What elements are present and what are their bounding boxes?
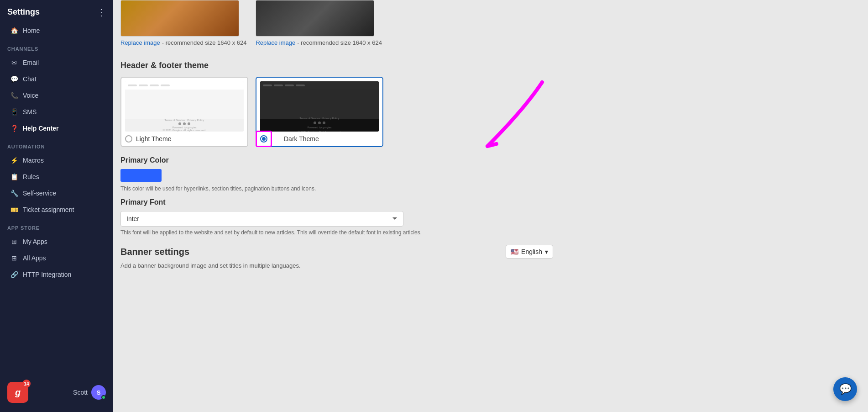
macros-icon: ⚡: [10, 156, 18, 164]
banner-settings-desc: Add a banner background image and set ti…: [120, 262, 553, 269]
replace-image-link-right[interactable]: Replace image: [256, 39, 295, 46]
sidebar-item-self-service-label: Self-service: [23, 190, 56, 197]
avatar: S: [91, 385, 106, 400]
sidebar-section-channels: CHANNELS: [0, 39, 113, 54]
sidebar-item-chat-label: Chat: [23, 75, 37, 83]
sidebar-item-sms[interactable]: 📱 SMS: [3, 104, 110, 120]
sidebar-item-macros-label: Macros: [23, 157, 44, 164]
light-body: [125, 90, 244, 119]
dark-footer: Terms of Service · Privacy Policy Powere…: [260, 119, 379, 132]
theme-card-dark[interactable]: Terms of Service · Privacy Policy Powere…: [256, 77, 383, 147]
banner-settings-title: Banner settings: [120, 247, 189, 257]
sidebar-title: Settings: [7, 7, 40, 17]
user-profile[interactable]: Scott S: [73, 385, 106, 400]
banner-header-row: Banner settings 🇺🇸 English ▾: [120, 245, 553, 259]
color-swatch[interactable]: [120, 169, 162, 182]
sidebar-item-help-center-label: Help Center: [23, 125, 59, 132]
http-integration-icon: 🔗: [10, 270, 18, 279]
language-label: English: [521, 248, 542, 255]
sidebar-header: Settings ⋮: [0, 0, 113, 22]
replace-image-desc-right: - recommended size 1640 x 624: [297, 39, 382, 46]
language-flag: 🇺🇸: [511, 248, 518, 255]
image-thumb-left: [120, 0, 239, 37]
dark-theme-preview: Terms of Service · Privacy Policy Powere…: [260, 81, 379, 132]
sidebar-item-my-apps-label: My Apps: [23, 238, 47, 245]
image-card-right: Replace image - recommended size 1640 x …: [256, 0, 382, 46]
theme-cards-row: Terms of Service · Privacy Policy Powere…: [120, 77, 553, 147]
sidebar-item-macros[interactable]: ⚡ Macros: [3, 153, 110, 168]
sidebar-item-home[interactable]: 🏠 Home: [3, 23, 110, 38]
email-icon: ✉: [10, 58, 18, 67]
main-content: Replace image - recommended size 1640 x …: [113, 0, 868, 412]
replace-image-desc-left: - recommended size 1640 x 624: [162, 39, 247, 46]
light-theme-radio[interactable]: [125, 135, 132, 143]
my-apps-icon: ⊞: [10, 238, 18, 246]
sidebar-item-email[interactable]: ✉ Email: [3, 55, 110, 70]
dark-theme-radio-inner: [262, 137, 266, 141]
radio-highlight-container: [260, 135, 267, 143]
radio-highlight-box: [256, 131, 272, 147]
ticket-assignment-icon: 🎫: [10, 206, 18, 214]
image-previews-row: Replace image - recommended size 1640 x …: [120, 0, 560, 53]
notification-badge: 14: [22, 380, 31, 388]
dark-theme-label: Dark Theme: [284, 135, 319, 143]
light-theme-label: Light Theme: [136, 135, 172, 143]
chat-icon: 💬: [10, 75, 18, 83]
font-select[interactable]: Inter Roboto Open Sans Lato Montserrat: [120, 211, 403, 227]
light-theme-radio-row: Light Theme: [125, 135, 244, 143]
primary-font-label: Primary Font: [120, 198, 553, 206]
sidebar-item-help-center[interactable]: ❓ Help Center: [3, 121, 110, 136]
banner-settings-section: Banner settings 🇺🇸 English ▾ Add a banne…: [120, 245, 553, 269]
font-help-text: This font will be applied to the website…: [120, 229, 553, 236]
image-preview-right: [256, 0, 374, 36]
light-theme-preview: Terms of Service · Privacy Policy Powere…: [125, 81, 244, 132]
sidebar-item-rules[interactable]: 📋 Rules: [3, 169, 110, 185]
sidebar-more-button[interactable]: ⋮: [97, 8, 106, 17]
sidebar-item-my-apps[interactable]: ⊞ My Apps: [3, 234, 110, 249]
sidebar-item-ticket-assignment[interactable]: 🎫 Ticket assignment: [3, 202, 110, 217]
help-center-icon: ❓: [10, 124, 18, 132]
language-select[interactable]: 🇺🇸 English ▾: [506, 245, 553, 259]
sidebar-item-voice-label: Voice: [23, 92, 38, 99]
replace-image-link-left[interactable]: Replace image: [120, 39, 160, 46]
rules-icon: 📋: [10, 173, 18, 181]
sidebar-item-voice[interactable]: 📞 Voice: [3, 88, 110, 103]
primary-font-section: Primary Font Inter Roboto Open Sans Lato…: [120, 198, 553, 236]
dark-nav-bar: [260, 81, 379, 90]
image-card-left: Replace image - recommended size 1640 x …: [120, 0, 246, 46]
color-help-text: This color will be used for hyperlinks, …: [120, 185, 553, 192]
sidebar-item-chat[interactable]: 💬 Chat: [3, 71, 110, 87]
dark-theme-radio[interactable]: [260, 135, 267, 143]
chat-fab-icon: 💬: [839, 383, 852, 395]
sidebar: Settings ⋮ 🏠 Home CHANNELS ✉ Email 💬 Cha…: [0, 0, 113, 412]
sidebar-item-ticket-assignment-label: Ticket assignment: [23, 206, 74, 213]
self-service-icon: 🔧: [10, 189, 18, 197]
user-name: Scott: [73, 389, 88, 396]
dark-body: [260, 90, 379, 119]
dark-theme-radio-row: Dark Theme: [260, 135, 379, 143]
header-footer-theme-title: Header & footer theme: [120, 61, 553, 70]
light-footer: Terms of Service · Privacy Policy Powere…: [125, 119, 244, 132]
sidebar-item-email-label: Email: [23, 59, 39, 66]
sidebar-section-automation: AUTOMATION: [0, 137, 113, 152]
primary-color-label: Primary Color: [120, 156, 553, 164]
light-nav-bar: [125, 81, 244, 90]
online-status-dot: [101, 395, 106, 400]
sidebar-item-all-apps[interactable]: ⊞ All Apps: [3, 250, 110, 266]
sidebar-item-all-apps-label: All Apps: [23, 254, 46, 262]
sidebar-item-sms-label: SMS: [23, 108, 37, 116]
voice-icon: 📞: [10, 91, 18, 100]
primary-color-section: Primary Color This color will be used fo…: [120, 156, 553, 192]
sidebar-item-http-integration-label: HTTP Integration: [23, 271, 71, 278]
sidebar-item-self-service[interactable]: 🔧 Self-service: [3, 185, 110, 201]
sidebar-section-appstore: APP STORE: [0, 218, 113, 233]
gorgias-app-icon[interactable]: g 14: [7, 382, 28, 403]
sidebar-item-rules-label: Rules: [23, 173, 39, 180]
sms-icon: 📱: [10, 108, 18, 116]
theme-card-light[interactable]: Terms of Service · Privacy Policy Powere…: [120, 77, 248, 147]
sidebar-item-home-label: Home: [23, 27, 40, 34]
chat-fab-button[interactable]: 💬: [833, 377, 857, 401]
home-icon: 🏠: [10, 26, 18, 35]
sidebar-item-http-integration[interactable]: 🔗 HTTP Integration: [3, 267, 110, 282]
image-thumb-right: [256, 0, 374, 37]
